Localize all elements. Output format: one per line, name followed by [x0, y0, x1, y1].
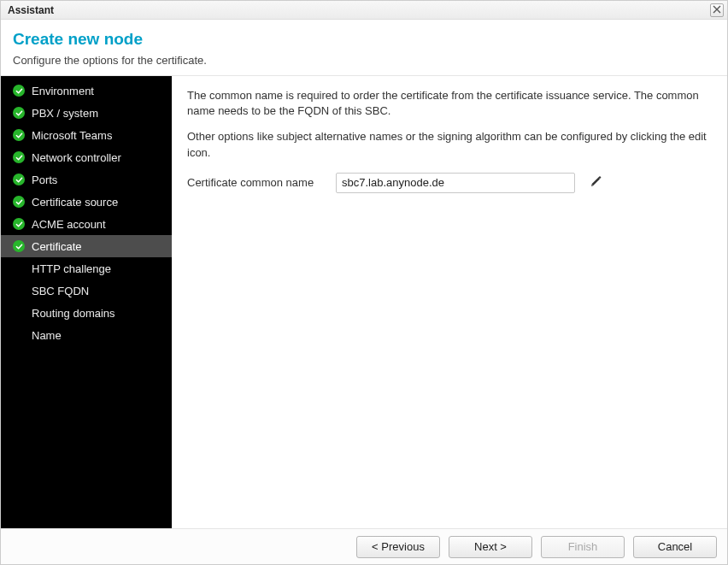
previous-button[interactable]: < Previous	[356, 536, 440, 558]
sidebar-item-network-controller[interactable]: Network controller	[1, 146, 172, 168]
wizard-footer: < Previous Next > Finish Cancel	[1, 528, 727, 564]
sidebar-item-label: Network controller	[32, 151, 121, 164]
next-button[interactable]: Next >	[449, 536, 532, 558]
wizard-body: EnvironmentPBX / systemMicrosoft TeamsNe…	[1, 76, 727, 528]
sidebar-item-label: Certificate source	[32, 196, 118, 209]
close-button[interactable]	[710, 3, 724, 17]
sidebar-item-label: ACME account	[32, 218, 106, 231]
wizard-header: Create new node Configure the options fo…	[1, 20, 727, 76]
sidebar-item-routing-domains[interactable]: Routing domains	[1, 302, 172, 324]
sidebar-item-pbx-system[interactable]: PBX / system	[1, 102, 172, 124]
sidebar-item-certificate[interactable]: Certificate	[1, 235, 172, 257]
certificate-common-name-input[interactable]	[336, 173, 575, 193]
window-title: Assistant	[8, 4, 54, 16]
cancel-button[interactable]: Cancel	[633, 536, 717, 558]
step-bullet-icon	[13, 285, 25, 297]
close-icon	[713, 4, 721, 16]
sidebar-item-label: Routing domains	[32, 307, 115, 320]
sidebar-item-acme-account[interactable]: ACME account	[1, 213, 172, 235]
step-bullet-icon	[13, 329, 25, 341]
pencil-icon	[590, 175, 602, 190]
titlebar: Assistant	[1, 1, 727, 20]
wizard-sidebar: EnvironmentPBX / systemMicrosoft TeamsNe…	[1, 76, 172, 528]
info-paragraph-1: The common name is required to order the…	[187, 88, 712, 119]
sidebar-item-certificate-source[interactable]: Certificate source	[1, 191, 172, 213]
sidebar-item-label: SBC FQDN	[32, 285, 89, 297]
sidebar-item-label: Ports	[32, 174, 57, 186]
step-bullet-icon	[13, 307, 25, 319]
edit-certificate-button[interactable]	[587, 174, 606, 192]
sidebar-item-environment[interactable]: Environment	[1, 79, 172, 102]
wizard-content: The common name is required to order the…	[172, 76, 727, 528]
certificate-common-name-label: Certificate common name	[187, 176, 324, 189]
sidebar-item-name[interactable]: Name	[1, 324, 172, 346]
check-circle-icon	[13, 218, 25, 230]
check-circle-icon	[13, 174, 25, 185]
sidebar-item-label: Certificate	[32, 240, 82, 253]
check-circle-icon	[13, 151, 25, 163]
step-bullet-icon	[13, 262, 25, 274]
finish-button: Finish	[541, 536, 625, 558]
page-subtitle: Configure the options for the certificat…	[13, 54, 715, 67]
sidebar-item-ports[interactable]: Ports	[1, 168, 172, 191]
sidebar-item-microsoft-teams[interactable]: Microsoft Teams	[1, 124, 172, 146]
certificate-common-name-row: Certificate common name	[187, 173, 712, 193]
check-circle-icon	[13, 85, 25, 97]
page-title: Create new node	[13, 30, 715, 49]
check-circle-icon	[13, 196, 25, 208]
sidebar-item-label: Environment	[32, 85, 94, 97]
info-paragraph-2: Other options like subject alternative n…	[187, 129, 712, 160]
check-circle-icon	[13, 240, 25, 252]
sidebar-item-label: Microsoft Teams	[32, 129, 112, 142]
sidebar-item-sbc-fqdn[interactable]: SBC FQDN	[1, 280, 172, 302]
assistant-dialog: Assistant Create new node Configure the …	[0, 0, 728, 565]
check-circle-icon	[13, 107, 25, 119]
sidebar-item-http-challenge[interactable]: HTTP challenge	[1, 257, 172, 280]
sidebar-item-label: Name	[32, 329, 62, 342]
check-circle-icon	[13, 129, 25, 141]
sidebar-item-label: HTTP challenge	[32, 262, 111, 275]
sidebar-item-label: PBX / system	[32, 107, 98, 120]
